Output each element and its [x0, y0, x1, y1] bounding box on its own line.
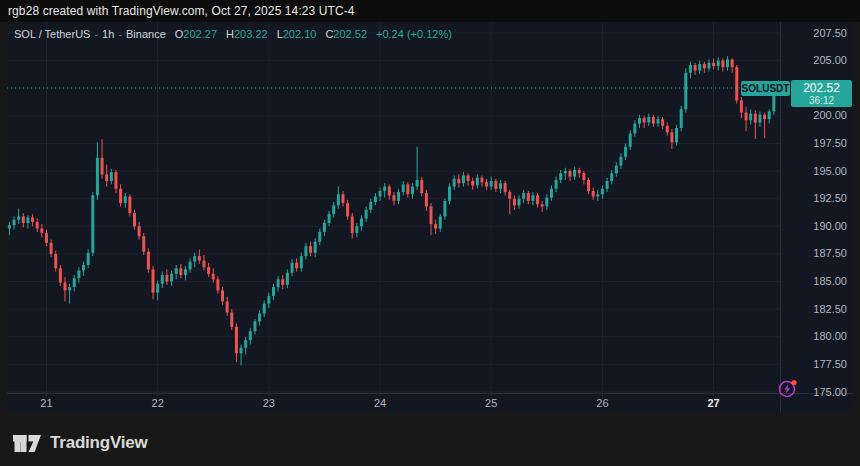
candle: [314, 242, 317, 253]
candle: [555, 180, 558, 189]
notification-dot: [791, 380, 796, 385]
candle: [508, 192, 511, 199]
candle: [87, 253, 90, 265]
time-axis-label[interactable]: 21: [40, 397, 52, 409]
time-axis-label[interactable]: 25: [485, 397, 497, 409]
current-price-badge[interactable]: 202.52 36:12: [791, 80, 852, 107]
candle: [341, 194, 344, 203]
price-axis-label[interactable]: 185.00: [813, 275, 847, 287]
candle: [156, 284, 159, 293]
candle: [328, 214, 331, 223]
candle: [240, 348, 243, 354]
tradingview-logo-icon[interactable]: [12, 432, 42, 455]
candle: [740, 100, 743, 112]
candle: [286, 273, 289, 285]
candle: [397, 192, 400, 201]
candle: [8, 225, 11, 228]
candle: [253, 321, 256, 331]
candle: [138, 226, 141, 236]
symbol-name[interactable]: SOL / TetherUS: [14, 28, 90, 40]
tradingview-wordmark[interactable]: TradingView: [50, 433, 148, 453]
candle: [467, 175, 470, 181]
candle: [379, 191, 382, 197]
price-axis-label[interactable]: 187.50: [813, 247, 847, 259]
candle: [175, 268, 178, 274]
candle: [768, 111, 771, 119]
candle: [68, 287, 71, 290]
open-value: 202.27: [183, 28, 217, 40]
price-axis-label[interactable]: 177.50: [813, 358, 847, 370]
candle: [610, 173, 613, 181]
candle: [582, 173, 585, 180]
candle: [50, 243, 53, 254]
current-price-value: 202.52: [791, 80, 852, 95]
candle: [337, 194, 340, 205]
candle: [712, 63, 715, 66]
candle: [392, 195, 395, 201]
candle: [721, 61, 724, 68]
price-axis-label[interactable]: 207.50: [813, 27, 847, 39]
bolt-glyph: [784, 384, 790, 394]
candle: [402, 184, 405, 192]
candle: [531, 195, 534, 201]
candle: [26, 217, 29, 223]
candlestick-chart[interactable]: 207.50205.00200.00197.50195.00192.50190.…: [7, 22, 853, 412]
candle: [680, 109, 683, 128]
candle: [754, 114, 757, 123]
candle: [758, 115, 761, 123]
candle: [110, 172, 113, 181]
candle: [193, 256, 196, 262]
candle: [443, 201, 446, 216]
price-axis-label[interactable]: 182.50: [813, 303, 847, 315]
candle: [638, 118, 641, 124]
chart-panel: 207.50205.00200.00197.50195.00192.50190.…: [7, 22, 853, 412]
candle: [624, 147, 627, 157]
legend-separator: -: [114, 28, 126, 40]
candle: [388, 187, 391, 196]
candle: [536, 195, 539, 204]
candle: [295, 263, 298, 269]
price-axis-label[interactable]: 175.00: [813, 386, 847, 398]
candle: [360, 219, 363, 227]
price-axis-label[interactable]: 192.50: [813, 192, 847, 204]
interval-label[interactable]: 1h: [102, 28, 114, 40]
candle: [596, 194, 599, 196]
price-axis-label[interactable]: 195.00: [813, 165, 847, 177]
candle: [165, 275, 168, 282]
price-axis-label[interactable]: 205.00: [813, 54, 847, 66]
price-axis-label[interactable]: 190.00: [813, 220, 847, 232]
time-axis-label[interactable]: 26: [596, 397, 608, 409]
time-axis-label[interactable]: 27: [707, 397, 719, 409]
candle: [207, 267, 210, 274]
candle: [647, 117, 650, 123]
candle: [170, 274, 173, 282]
candle: [147, 252, 150, 270]
candle: [485, 182, 488, 186]
time-axis-label[interactable]: 22: [152, 397, 164, 409]
candle: [184, 269, 187, 275]
candle: [494, 181, 497, 189]
candle: [369, 202, 372, 210]
candle: [527, 193, 530, 201]
candle: [291, 263, 294, 273]
candle: [96, 158, 99, 196]
candle: [73, 278, 76, 287]
candle: [346, 203, 349, 216]
candle: [304, 246, 307, 256]
price-axis-label[interactable]: 180.00: [813, 330, 847, 342]
price-axis-label[interactable]: 200.00: [813, 109, 847, 121]
candle: [480, 178, 483, 182]
price-axis-label[interactable]: 197.50: [813, 137, 847, 149]
time-axis-label[interactable]: 23: [263, 397, 275, 409]
candle: [323, 223, 326, 232]
bar-countdown: 36:12: [791, 95, 852, 106]
candle: [457, 179, 460, 183]
lightning-boost-icon[interactable]: [777, 378, 799, 400]
candle: [267, 296, 270, 304]
candle: [745, 113, 748, 121]
candle: [661, 119, 664, 126]
candle: [763, 115, 766, 119]
time-axis-label[interactable]: 24: [374, 397, 386, 409]
symbol-price-label: SOLUSDT: [741, 81, 790, 96]
candle: [550, 189, 553, 198]
